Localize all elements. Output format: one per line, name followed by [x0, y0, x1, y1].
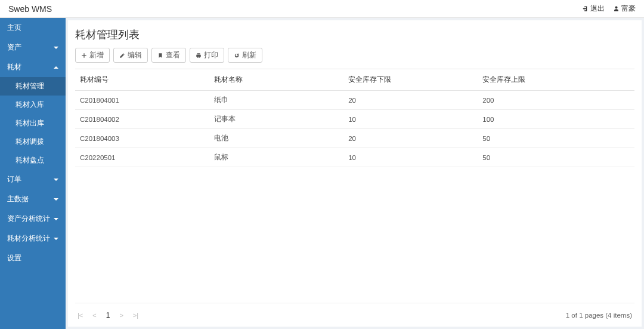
cell-max: 50	[478, 129, 634, 148]
sidebar-item-label: 主页	[7, 23, 21, 33]
plus-icon	[81, 53, 87, 59]
topbar-right: 退出 富豪	[582, 4, 636, 14]
sidebar-item-label: 耗材分析统计	[7, 233, 50, 244]
pager-first-button[interactable]: |<	[78, 312, 83, 319]
cell-max: 50	[478, 148, 634, 167]
pager-controls: |< < 1 > >|	[78, 311, 138, 319]
pager-summary: 1 of 1 pages (4 items)	[566, 312, 632, 319]
topbar: Sweb WMS 退出 富豪	[0, 0, 644, 18]
view-button[interactable]: 查看	[151, 48, 186, 63]
refresh-button[interactable]: 刷新	[228, 48, 262, 63]
refresh-icon	[234, 53, 240, 59]
table-row[interactable]: C20220501鼠标1050	[75, 148, 634, 167]
sidebar-item[interactable]: 耗材	[0, 57, 66, 77]
data-table: 耗材编号 耗材名称 安全库存下限 安全库存上限 C201804001纸巾2020…	[75, 69, 634, 167]
pager-last-button[interactable]: >|	[133, 312, 138, 319]
edit-button[interactable]: 编辑	[113, 48, 148, 63]
col-code[interactable]: 耗材编号	[75, 69, 209, 91]
refresh-label: 刷新	[242, 51, 256, 60]
cell-min: 10	[343, 110, 478, 129]
chevron-up-icon	[54, 66, 58, 69]
print-label: 打印	[204, 51, 218, 60]
table-row[interactable]: C201804002记事本10100	[75, 110, 634, 129]
chevron-down-icon	[54, 47, 58, 49]
sidebar-subitem[interactable]: 耗材调拨	[0, 133, 66, 151]
add-button[interactable]: 新增	[75, 48, 110, 63]
add-label: 新增	[89, 51, 104, 60]
sidebar-item-label: 订单	[7, 174, 21, 185]
col-max[interactable]: 安全库存上限	[478, 69, 634, 91]
sidebar-item[interactable]: 资产	[0, 38, 66, 57]
view-label: 查看	[166, 51, 180, 60]
chevron-down-icon	[54, 179, 58, 181]
logout-icon	[582, 5, 589, 12]
cell-name: 记事本	[209, 110, 343, 129]
logout-link[interactable]: 退出	[582, 4, 605, 14]
pager-current: 1	[106, 311, 110, 319]
user-link[interactable]: 富豪	[613, 4, 636, 14]
sidebar-item[interactable]: 订单	[0, 170, 66, 189]
sidebar: 主页资产耗材耗材管理耗材入库耗材出库耗材调拨耗材盘点订单主数据资产分析统计耗材分…	[0, 18, 66, 329]
table-row[interactable]: C201804001纸巾20200	[75, 91, 634, 110]
pager-next-button[interactable]: >	[119, 312, 123, 319]
print-button[interactable]: 打印	[190, 48, 224, 63]
cell-max: 100	[478, 110, 634, 129]
cell-max: 200	[478, 91, 634, 110]
user-icon	[613, 5, 620, 12]
cell-code: C201804003	[75, 129, 209, 148]
sidebar-item[interactable]: 设置	[0, 248, 66, 268]
main-area: 耗材管理列表 新增 编辑 查看 打印	[66, 18, 644, 329]
sidebar-subitem[interactable]: 耗材管理	[0, 77, 66, 96]
toolbar: 新增 编辑 查看 打印 刷新	[75, 48, 634, 63]
page-title: 耗材管理列表	[75, 27, 634, 42]
sidebar-item-label: 耗材	[7, 62, 21, 72]
chevron-down-icon	[54, 218, 58, 220]
sidebar-subitem[interactable]: 耗材出库	[0, 114, 66, 133]
cell-min: 20	[343, 129, 478, 148]
logout-label: 退出	[590, 4, 605, 14]
sidebar-item[interactable]: 主数据	[0, 189, 66, 209]
col-min[interactable]: 安全库存下限	[343, 69, 478, 91]
edit-label: 编辑	[128, 51, 142, 60]
sidebar-item-label: 主数据	[7, 194, 29, 204]
cell-code: C20220501	[75, 148, 209, 167]
cell-name: 鼠标	[209, 148, 343, 167]
sidebar-item[interactable]: 耗材分析统计	[0, 229, 66, 248]
cell-name: 电池	[209, 129, 343, 148]
bookmark-icon	[157, 53, 163, 59]
sidebar-item-label: 设置	[7, 253, 21, 263]
sidebar-item-label: 资产分析统计	[7, 214, 50, 224]
cell-min: 20	[343, 91, 478, 110]
print-icon	[196, 53, 202, 59]
sidebar-item[interactable]: 主页	[0, 18, 66, 38]
user-label: 富豪	[621, 4, 636, 14]
table-row[interactable]: C201804003电池2050	[75, 129, 634, 148]
col-name[interactable]: 耗材名称	[209, 69, 343, 91]
pager: |< < 1 > >| 1 of 1 pages (4 items)	[75, 303, 634, 327]
sidebar-subitem[interactable]: 耗材入库	[0, 96, 66, 114]
sidebar-item[interactable]: 资产分析统计	[0, 209, 66, 229]
chevron-down-icon	[54, 238, 58, 240]
cell-code: C201804002	[75, 110, 209, 129]
chevron-down-icon	[54, 198, 58, 201]
cell-code: C201804001	[75, 91, 209, 110]
table-header-row: 耗材编号 耗材名称 安全库存下限 安全库存上限	[75, 69, 634, 91]
cell-min: 10	[343, 148, 478, 167]
pencil-icon	[119, 53, 125, 59]
content-panel: 耗材管理列表 新增 编辑 查看 打印	[68, 20, 642, 327]
sidebar-item-label: 资产	[7, 42, 21, 53]
sidebar-subitem[interactable]: 耗材盘点	[0, 151, 66, 170]
brand-title: Sweb WMS	[8, 4, 52, 14]
pager-prev-button[interactable]: <	[92, 312, 96, 319]
cell-name: 纸巾	[209, 91, 343, 110]
